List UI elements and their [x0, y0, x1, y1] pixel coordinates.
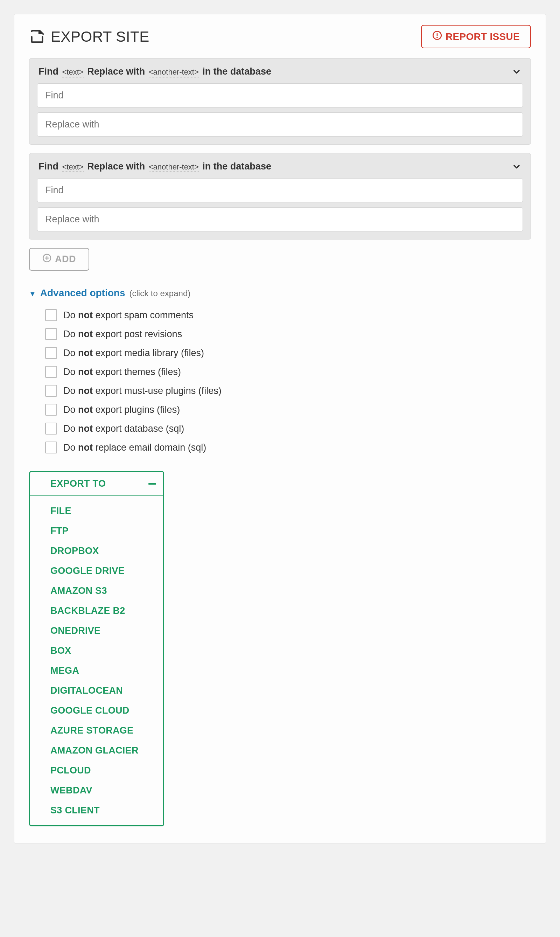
export-option[interactable]: AZURE STORAGE	[30, 721, 163, 741]
panel-header: EXPORT SITE REPORT ISSUE	[29, 25, 531, 48]
advanced-option[interactable]: Do not export database (sql)	[45, 419, 531, 438]
find-input-2[interactable]	[37, 178, 523, 202]
export-to-list: FILEFTPDROPBOXGOOGLE DRIVEAMAZON S3BACKB…	[30, 496, 163, 825]
export-site-panel: EXPORT SITE REPORT ISSUE Find <text> Rep…	[14, 14, 546, 843]
checkbox[interactable]	[45, 366, 57, 378]
advanced-option[interactable]: Do not export themes (files)	[45, 362, 531, 381]
export-option[interactable]: WEBDAV	[30, 780, 163, 800]
export-option[interactable]: DIGITALOCEAN	[30, 681, 163, 701]
checkbox[interactable]	[45, 328, 57, 340]
export-option[interactable]: AMAZON GLACIER	[30, 741, 163, 761]
option-label: Do not export plugins (files)	[63, 404, 180, 415]
chevron-down-icon	[512, 67, 522, 77]
minus-icon	[148, 483, 156, 485]
checkbox[interactable]	[45, 385, 57, 397]
export-icon	[29, 29, 45, 45]
advanced-option[interactable]: Do not replace email domain (sql)	[45, 438, 531, 457]
find-replace-header-1[interactable]: Find <text> Replace with <another-text> …	[37, 59, 523, 83]
checkbox[interactable]	[45, 309, 57, 321]
option-label: Do not export database (sql)	[63, 423, 184, 434]
advanced-option[interactable]: Do not export must-use plugins (files)	[45, 381, 531, 400]
replace-input-1[interactable]	[37, 113, 523, 137]
advanced-option[interactable]: Do not export post revisions	[45, 325, 531, 344]
checkbox[interactable]	[45, 347, 57, 359]
export-option[interactable]: AMAZON S3	[30, 581, 163, 601]
page-title: EXPORT SITE	[51, 28, 149, 45]
advanced-options-list: Do not export spam commentsDo not export…	[29, 306, 531, 457]
advanced-option[interactable]: Do not export media library (files)	[45, 344, 531, 362]
title-wrap: EXPORT SITE	[29, 28, 149, 45]
checkbox[interactable]	[45, 404, 57, 416]
advanced-option[interactable]: Do not export plugins (files)	[45, 400, 531, 419]
option-label: Do not export must-use plugins (files)	[63, 385, 222, 396]
advanced-option[interactable]: Do not export spam comments	[45, 306, 531, 325]
report-issue-label: REPORT ISSUE	[446, 31, 520, 42]
export-to-label: EXPORT TO	[51, 478, 106, 489]
export-to-dropdown: EXPORT TO FILEFTPDROPBOXGOOGLE DRIVEAMAZ…	[29, 471, 164, 826]
find-replace-box-1: Find <text> Replace with <another-text> …	[29, 58, 531, 145]
plus-circle-icon	[42, 254, 51, 265]
export-option[interactable]: ONEDRIVE	[30, 621, 163, 641]
find-input-1[interactable]	[37, 83, 523, 108]
add-label: ADD	[55, 254, 76, 265]
export-option[interactable]: MEGA	[30, 661, 163, 681]
find-replace-title: Find <text> Replace with <another-text> …	[38, 161, 271, 172]
option-label: Do not replace email domain (sql)	[63, 442, 206, 453]
export-option[interactable]: FTP	[30, 521, 163, 541]
option-label: Do not export themes (files)	[63, 367, 181, 378]
export-option[interactable]: BOX	[30, 641, 163, 661]
option-label: Do not export media library (files)	[63, 348, 204, 359]
export-option[interactable]: GOOGLE DRIVE	[30, 561, 163, 581]
advanced-hint: (click to expand)	[129, 288, 191, 298]
export-option[interactable]: S3 CLIENT	[30, 800, 163, 820]
option-label: Do not export spam comments	[63, 310, 194, 321]
checkbox[interactable]	[45, 442, 57, 453]
export-to-header[interactable]: EXPORT TO	[30, 472, 163, 496]
export-option[interactable]: PCLOUD	[30, 761, 163, 780]
export-option[interactable]: BACKBLAZE B2	[30, 601, 163, 621]
find-replace-title: Find <text> Replace with <another-text> …	[38, 66, 271, 77]
alert-icon	[432, 31, 442, 43]
option-label: Do not export post revisions	[63, 329, 182, 340]
find-replace-header-2[interactable]: Find <text> Replace with <another-text> …	[37, 153, 523, 178]
export-option[interactable]: FILE	[30, 501, 163, 521]
replace-input-2[interactable]	[37, 207, 523, 231]
export-option[interactable]: DROPBOX	[30, 541, 163, 561]
report-issue-button[interactable]: REPORT ISSUE	[421, 25, 531, 48]
advanced-label: Advanced options	[40, 287, 125, 299]
checkbox[interactable]	[45, 422, 57, 435]
caret-down-icon: ▼	[29, 290, 36, 298]
export-option[interactable]: GOOGLE CLOUD	[30, 701, 163, 721]
find-replace-box-2: Find <text> Replace with <another-text> …	[29, 153, 531, 239]
advanced-options-toggle[interactable]: ▼ Advanced options (click to expand)	[29, 287, 531, 299]
chevron-down-icon	[512, 162, 522, 171]
add-button[interactable]: ADD	[29, 248, 89, 271]
